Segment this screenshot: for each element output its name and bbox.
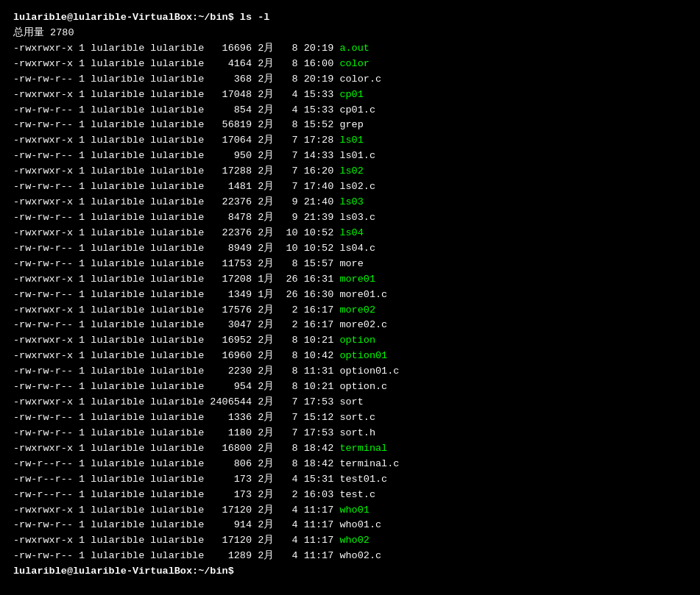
table-row: -rw-rw-r-- 1 lularible lularible 1289 2月… (13, 549, 687, 564)
table-row: -rwxrwxr-x 1 lularible lularible 17120 2… (13, 533, 687, 549)
total-line: 总用量 2780 (13, 26, 687, 41)
table-row: -rw-rw-r-- 1 lularible lularible 1180 2月… (13, 426, 687, 441)
table-row: -rw-rw-r-- 1 lularible lularible 2230 2月… (13, 364, 687, 380)
table-row: -rw-r--r-- 1 lularible lularible 806 2月 … (13, 457, 687, 472)
table-row: -rwxrwxr-x 1 lularible lularible 17048 2… (13, 88, 687, 103)
table-row: -rw-rw-r-- 1 lularible lularible 1481 2月… (13, 179, 687, 195)
table-row: -rw-r--r-- 1 lularible lularible 173 2月 … (13, 488, 687, 503)
table-row: -rw-rw-r-- 1 lularible lularible 914 2月 … (13, 518, 687, 533)
table-row: -rwxrwxr-x 1 lularible lularible 17120 2… (13, 503, 687, 519)
prompt-bottom: lularible@lularible-VirtualBox:~/bin$ (13, 564, 687, 580)
table-row: -rw-rw-r-- 1 lularible lularible 1336 2月… (13, 410, 687, 426)
table-row: -rwxrwxr-x 1 lularible lularible 16960 2… (13, 349, 687, 364)
table-row: -rwxrwxr-x 1 lularible lularible 4164 2月… (13, 57, 687, 72)
table-row: -rw-rw-r-- 1 lularible lularible 8949 2月… (13, 241, 687, 257)
file-list: -rwxrwxr-x 1 lularible lularible 16696 2… (13, 41, 687, 564)
table-row: -rwxrwxr-x 1 lularible lularible 17288 2… (13, 164, 687, 179)
table-row: -rwxrwxr-x 1 lularible lularible 2406544… (13, 395, 687, 410)
table-row: -rw-rw-r-- 1 lularible lularible 56819 2… (13, 118, 687, 133)
table-row: -rwxrwxr-x 1 lularible lularible 16952 2… (13, 333, 687, 349)
table-row: -rw-rw-r-- 1 lularible lularible 1349 1月… (13, 288, 687, 303)
table-row: -rw-rw-r-- 1 lularible lularible 368 2月 … (13, 72, 687, 88)
table-row: -rwxrwxr-x 1 lularible lularible 17208 1… (13, 272, 687, 288)
table-row: -rw-rw-r-- 1 lularible lularible 950 2月 … (13, 149, 687, 164)
table-row: -rw-rw-r-- 1 lularible lularible 854 2月 … (13, 103, 687, 118)
terminal-window: lularible@lularible-VirtualBox:~/bin$ ls… (7, 6, 693, 584)
table-row: -rw-rw-r-- 1 lularible lularible 954 2月 … (13, 380, 687, 395)
table-row: -rw-rw-r-- 1 lularible lularible 3047 2月… (13, 318, 687, 333)
table-row: -rw-rw-r-- 1 lularible lularible 11753 2… (13, 257, 687, 272)
table-row: -rw-r--r-- 1 lularible lularible 173 2月 … (13, 472, 687, 488)
table-row: -rwxrwxr-x 1 lularible lularible 16696 2… (13, 41, 687, 57)
table-row: -rwxrwxr-x 1 lularible lularible 17064 2… (13, 133, 687, 149)
prompt-top: lularible@lularible-VirtualBox:~/bin$ ls… (13, 10, 687, 26)
table-row: -rwxrwxr-x 1 lularible lularible 16800 2… (13, 441, 687, 457)
table-row: -rwxrwxr-x 1 lularible lularible 17576 2… (13, 303, 687, 318)
table-row: -rwxrwxr-x 1 lularible lularible 22376 2… (13, 195, 687, 210)
table-row: -rw-rw-r-- 1 lularible lularible 8478 2月… (13, 210, 687, 226)
table-row: -rwxrwxr-x 1 lularible lularible 22376 2… (13, 226, 687, 241)
